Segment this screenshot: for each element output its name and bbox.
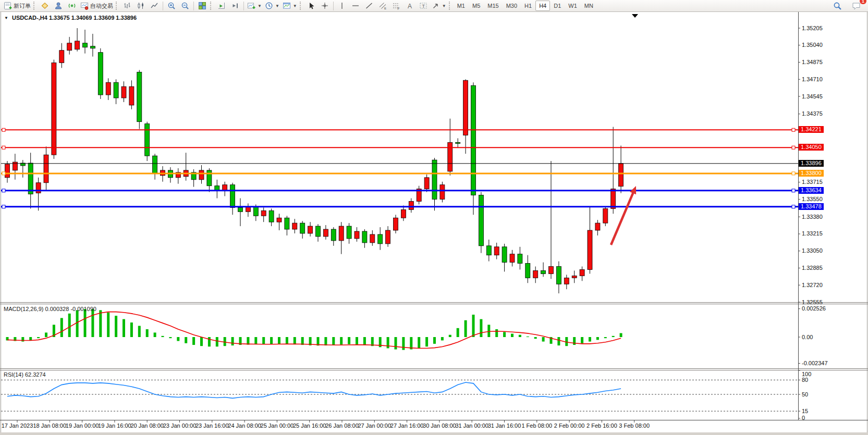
candle-body [83, 43, 88, 47]
tile-windows-icon [198, 2, 206, 10]
candle-body [121, 86, 126, 98]
candle-body [362, 231, 367, 243]
crosshair-icon [321, 2, 329, 10]
toolbar-grip [449, 2, 451, 10]
indicators-button[interactable]: ▼ [246, 1, 263, 11]
macd-histogram-bar [527, 337, 529, 337]
bar-chart-button[interactable] [120, 1, 134, 11]
notification-badge: 1 [860, 0, 866, 4]
timeframe-button-w1[interactable]: W1 [565, 1, 581, 11]
hline-handle[interactable] [2, 189, 5, 192]
templates-button[interactable]: ▼ [281, 1, 299, 11]
macd-histogram-bar [294, 337, 296, 344]
timeframe-button-mn[interactable]: MN [581, 1, 597, 11]
candle-body [67, 43, 72, 51]
horizontal-line-button[interactable] [349, 1, 362, 11]
add-indicator-icon [247, 2, 255, 10]
toolbar: 新订单 自动交易 [0, 0, 868, 12]
macd-histogram-bar [162, 336, 164, 337]
auto-scroll-button[interactable] [215, 1, 228, 11]
macd-histogram-bar [356, 337, 358, 344]
dropdown-caret-icon: ▼ [258, 4, 262, 8]
hline-handle[interactable] [792, 205, 795, 208]
horizontal-line-icon [351, 2, 360, 10]
equidistant-channel-button[interactable]: E [376, 1, 389, 11]
tile-windows-button[interactable] [195, 1, 209, 11]
autotrading-label: 自动交易 [90, 2, 113, 10]
chart-canvas[interactable] [0, 12, 868, 435]
macd-histogram-bar [68, 314, 71, 337]
candle-body [261, 210, 266, 216]
cursor-arrow-icon [307, 2, 315, 10]
timeframe-button-m5[interactable]: M5 [469, 1, 484, 11]
zoom-in-button[interactable] [165, 1, 178, 11]
candle-body [199, 170, 204, 180]
market-watch-button[interactable] [38, 1, 52, 11]
candle-body [440, 185, 445, 200]
hline-handle[interactable] [792, 128, 795, 131]
chart-shift-button[interactable] [228, 1, 242, 11]
timeframe-button-d1[interactable]: D1 [550, 1, 565, 11]
cursor-button[interactable] [304, 1, 318, 11]
svg-text:F: F [397, 7, 399, 10]
label-button[interactable]: T [417, 1, 430, 11]
macd-histogram-bar [76, 310, 79, 337]
macd-histogram-bar [418, 337, 420, 349]
hline-handle[interactable] [792, 189, 795, 192]
hline-handle[interactable] [792, 146, 795, 149]
collapse-triangle-icon[interactable]: ▼ [4, 16, 8, 20]
macd-histogram-bar [457, 328, 459, 337]
candle-body [347, 226, 351, 239]
data-window-button[interactable] [52, 1, 65, 11]
crosshair-button[interactable] [318, 1, 332, 11]
arrows-button[interactable]: ▼ [430, 1, 448, 11]
chart-window[interactable]: ▼ USDCAD-,H4 1.33675 1.34069 1.33609 1.3… [0, 12, 868, 435]
hline-handle[interactable] [2, 205, 5, 208]
timeframe-button-m15[interactable]: M15 [484, 1, 502, 11]
autotrading-button[interactable]: 自动交易 [79, 1, 115, 11]
text-button[interactable]: A [403, 1, 417, 11]
macd-histogram-bar [534, 337, 537, 339]
chat-bubble-icon [852, 2, 861, 10]
timeframe-button-h4[interactable]: H4 [535, 1, 550, 11]
community-button[interactable]: 1 [849, 1, 863, 11]
candle-body [331, 229, 336, 241]
candle-body [323, 229, 328, 237]
macd-histogram-bar [542, 337, 545, 342]
fibonacci-button[interactable]: F [389, 1, 403, 11]
timeframe-button-m1[interactable]: M1 [454, 1, 469, 11]
macd-histogram-bar [425, 337, 428, 346]
candle-body [432, 160, 437, 199]
hline-handle[interactable] [2, 172, 5, 175]
macd-histogram-bar [348, 337, 350, 344]
macd-histogram-bar [472, 315, 475, 337]
hline-handle[interactable] [2, 128, 5, 131]
macd-histogram-bar [278, 337, 280, 344]
timeframe-button-h1[interactable]: H1 [521, 1, 535, 11]
trendline-icon [365, 2, 373, 10]
fibonacci-icon: F [392, 2, 400, 10]
signals-button[interactable] [65, 1, 79, 11]
candlestick-chart-button[interactable] [134, 1, 148, 11]
candle-body [471, 85, 476, 195]
search-button[interactable] [830, 1, 844, 11]
zoom-out-button[interactable] [178, 1, 192, 11]
candle-body [114, 82, 118, 98]
vertical-line-button[interactable] [335, 1, 349, 11]
line-chart-button[interactable] [148, 1, 161, 11]
macd-histogram-bar [107, 313, 109, 337]
timeframe-button-m30[interactable]: M30 [503, 1, 521, 11]
candle-body [549, 267, 554, 274]
macd-histogram-bar [99, 310, 102, 337]
timeframe-group: M1M5M15M30H1H4D1W1MN [454, 1, 597, 11]
chart-title-line: ▼ USDCAD-,H4 1.33675 1.34069 1.33609 1.3… [4, 15, 137, 21]
macd-histogram-bar [216, 337, 218, 346]
new-order-button[interactable]: 新订单 [2, 1, 32, 11]
periods-button[interactable]: ▼ [263, 1, 281, 11]
hline-handle[interactable] [792, 172, 795, 175]
trendline-button[interactable] [362, 1, 376, 11]
candle-body [386, 230, 390, 244]
hline-handle[interactable] [2, 146, 5, 149]
candle-body [580, 269, 584, 276]
search-icon [833, 2, 842, 10]
